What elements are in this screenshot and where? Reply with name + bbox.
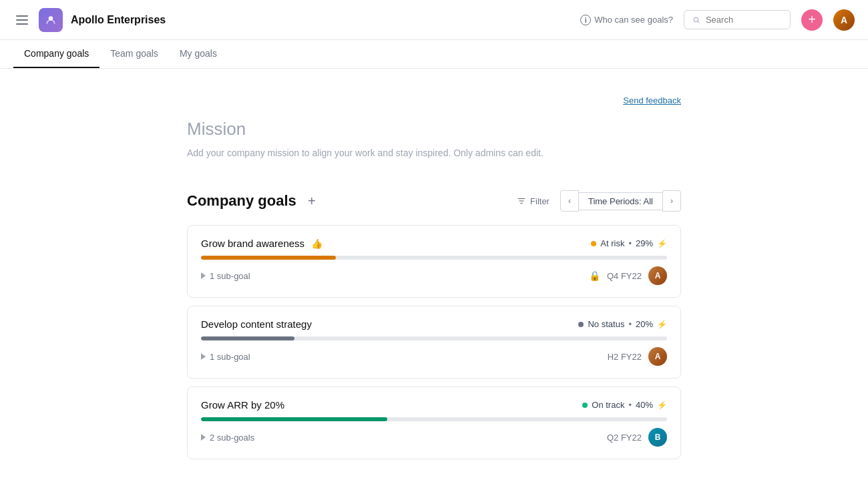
goals-title: Company goals xyxy=(187,192,296,210)
info-icon: i xyxy=(580,15,591,25)
filter-label: Filter xyxy=(530,196,550,206)
time-period-prev-button[interactable]: ‹ xyxy=(560,190,579,212)
tab-company-goals[interactable]: Company goals xyxy=(13,40,99,68)
assignee-avatar: B xyxy=(648,428,667,447)
main-content: Send feedback Mission Add your company m… xyxy=(174,69,694,486)
progress-bar-wrap xyxy=(201,336,667,340)
goal-name-area: Develop content strategy xyxy=(201,318,312,330)
period-text: Q2 FY22 xyxy=(607,433,642,443)
tab-team-goals[interactable]: Team goals xyxy=(99,40,169,68)
goal-card-grow-arr[interactable]: Grow ARR by 20% On track • 40% ⚡ 2 sub-g… xyxy=(187,387,681,459)
send-feedback-bar: Send feedback xyxy=(187,95,681,105)
bolt-icon: ⚡ xyxy=(657,320,667,329)
app-icon xyxy=(39,8,63,32)
status-text: On track xyxy=(592,400,624,410)
goal-status-area: At risk • 29% ⚡ xyxy=(591,238,667,248)
subgoal-count: 1 sub-goal xyxy=(210,352,250,362)
status-dot xyxy=(591,241,596,246)
time-period-nav: ‹ Time Periods: All › xyxy=(560,190,681,212)
period-text: H2 FY22 xyxy=(608,352,642,362)
progress-bar-fill xyxy=(201,256,336,260)
status-separator: • xyxy=(628,400,632,410)
percent-text: 20% xyxy=(636,319,653,329)
subgoal-toggle[interactable]: 2 sub-goals xyxy=(201,433,254,443)
goal-name: Develop content strategy xyxy=(201,318,312,330)
subgoal-count: 1 sub-goal xyxy=(210,271,250,281)
period-text: Q4 FY22 xyxy=(607,271,642,281)
goal-card-bottom: 1 sub-goal H2 FY22 A xyxy=(201,347,667,366)
status-separator: • xyxy=(628,238,632,248)
goal-card-bottom: 1 sub-goal 🔒 Q4 FY22 A xyxy=(201,266,667,285)
goal-card-top: Grow ARR by 20% On track • 40% ⚡ xyxy=(201,399,667,411)
add-goal-button[interactable]: + xyxy=(303,192,320,210)
header: Apollo Enterprises i Who can see goals? … xyxy=(0,0,868,40)
expand-icon xyxy=(201,353,206,360)
mission-section: Mission Add your company mission to alig… xyxy=(187,119,681,158)
search-box xyxy=(684,10,791,29)
expand-icon xyxy=(201,272,206,279)
goal-name-area: Grow ARR by 20% xyxy=(201,399,284,411)
who-can-see-link[interactable]: i Who can see goals? xyxy=(580,15,673,25)
app-name: Apollo Enterprises xyxy=(71,14,166,26)
percent-text: 40% xyxy=(636,400,653,410)
goal-name-area: Grow brand awareness 👍 xyxy=(201,238,322,249)
user-avatar[interactable]: A xyxy=(833,9,855,31)
goal-card-content-strategy[interactable]: Develop content strategy No status • 20%… xyxy=(187,306,681,379)
goal-meta: 🔒 Q4 FY22 A xyxy=(589,266,667,285)
goal-name: Grow brand awareness xyxy=(201,238,304,249)
search-icon xyxy=(692,15,700,25)
progress-bar-wrap xyxy=(201,417,667,421)
assignee-avatar: A xyxy=(648,347,667,366)
progress-bar-wrap xyxy=(201,256,667,260)
status-dot xyxy=(578,322,584,327)
status-separator: • xyxy=(628,319,632,329)
header-left: Apollo Enterprises xyxy=(13,8,580,32)
bolt-icon: ⚡ xyxy=(657,239,667,248)
status-dot xyxy=(582,403,588,408)
goals-section: Company goals + Filter ‹ Time Periods: A… xyxy=(187,190,681,459)
goal-card-grow-brand[interactable]: Grow brand awareness 👍 At risk • 29% ⚡ 1… xyxy=(187,225,681,298)
bolt-icon: ⚡ xyxy=(657,401,667,410)
time-period-next-button[interactable]: › xyxy=(662,190,681,212)
subgoal-toggle[interactable]: 1 sub-goal xyxy=(201,352,250,362)
mission-description: Add your company mission to align your w… xyxy=(187,148,681,158)
percent-text: 29% xyxy=(636,238,653,248)
goals-header: Company goals + Filter ‹ Time Periods: A… xyxy=(187,190,681,212)
add-button[interactable]: + xyxy=(801,9,823,31)
like-icon[interactable]: 👍 xyxy=(311,238,322,249)
goal-card-top: Develop content strategy No status • 20%… xyxy=(201,318,667,330)
avatar-image: A xyxy=(833,9,855,31)
expand-icon xyxy=(201,434,206,441)
goal-name: Grow ARR by 20% xyxy=(201,399,284,411)
lock-icon: 🔒 xyxy=(589,270,600,281)
goal-status-area: No status • 20% ⚡ xyxy=(578,319,667,329)
header-right: i Who can see goals? + A xyxy=(580,9,855,31)
menu-button[interactable] xyxy=(13,13,31,27)
who-can-see-label: Who can see goals? xyxy=(594,15,673,25)
status-text: At risk xyxy=(600,238,624,248)
subgoal-count: 2 sub-goals xyxy=(210,433,254,443)
goal-status-area: On track • 40% ⚡ xyxy=(582,400,667,410)
send-feedback-button[interactable]: Send feedback xyxy=(623,95,681,105)
goals-header-left: Company goals + xyxy=(187,192,320,210)
filter-icon xyxy=(517,196,526,206)
nav-tabs: Company goals Team goals My goals xyxy=(0,40,868,69)
subgoal-toggle[interactable]: 1 sub-goal xyxy=(201,271,250,281)
status-text: No status xyxy=(588,319,624,329)
mission-title: Mission xyxy=(187,119,681,140)
assignee-avatar: A xyxy=(648,266,667,285)
search-input[interactable] xyxy=(706,15,782,25)
progress-bar-fill xyxy=(201,336,294,340)
goal-meta: H2 FY22 A xyxy=(608,347,667,366)
filter-button[interactable]: Filter xyxy=(511,194,555,209)
goal-card-bottom: 2 sub-goals Q2 FY22 B xyxy=(201,428,667,447)
time-period-label: Time Periods: All xyxy=(579,192,662,210)
progress-bar-fill xyxy=(201,417,387,421)
tab-my-goals[interactable]: My goals xyxy=(169,40,228,68)
goal-card-top: Grow brand awareness 👍 At risk • 29% ⚡ xyxy=(201,238,667,249)
goal-meta: Q2 FY22 B xyxy=(607,428,667,447)
goals-header-right: Filter ‹ Time Periods: All › xyxy=(511,190,681,212)
